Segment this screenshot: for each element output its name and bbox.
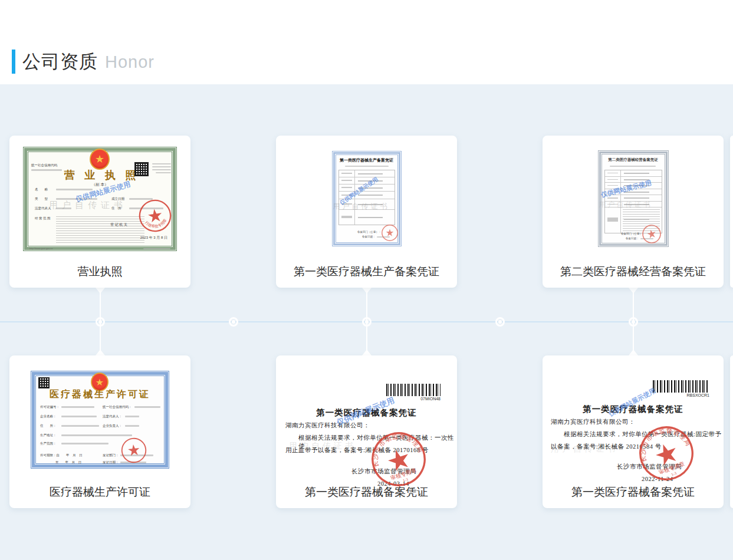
qr-side-text xyxy=(156,172,171,173)
field-credit-value xyxy=(134,406,160,408)
field-prod-addr-label: 生产地址： xyxy=(40,433,57,437)
filing-cert-paper: 第一类医疗器械生产备案凭证 备案部门（公章）： 备案日期： xyxy=(332,151,402,246)
field-company-value xyxy=(61,416,97,417)
stamp-ring-text: 长沙市市场监督管理局 xyxy=(632,419,692,463)
certificate-card-business-license[interactable]: ★ 统一社会信用代码 营 业 执 照 （副 本） 名 称 类 型 法定代表人 经… xyxy=(9,136,190,288)
license-subtitle: （副 本） xyxy=(23,182,177,187)
validity-from: 许可期限：自 年 月 日 xyxy=(40,453,83,457)
validity-to: 至 年 月 日 xyxy=(55,460,81,465)
issue-dept-label: 发证部门： xyxy=(103,453,119,457)
field-address-value xyxy=(61,425,99,427)
field-credit-label: 统一社会信用代码： xyxy=(103,405,132,409)
connector-arrow-down xyxy=(629,288,638,294)
cert-number-line xyxy=(345,166,389,167)
qr-code xyxy=(134,162,149,176)
footer-print-text xyxy=(143,248,170,249)
certificate-card-class1-filing-a[interactable]: 07MION48 第一类医疗器械备案凭证 湖南力宾医疗科技有限公司： 根据相关法… xyxy=(276,355,457,508)
barcode xyxy=(386,384,441,396)
timeline-node-dot xyxy=(632,320,635,324)
cert-number-line xyxy=(610,166,656,167)
table-row xyxy=(605,189,662,196)
section-title-cn: 公司资质 xyxy=(22,51,98,72)
table-row xyxy=(605,177,662,183)
section-subtitle: Honor xyxy=(105,52,155,71)
cert-title: 第二类医疗器械经营备案凭证 xyxy=(598,157,669,163)
table-row xyxy=(605,170,662,177)
stamp-number: 1-3 xyxy=(402,477,409,483)
table-row xyxy=(339,177,395,185)
stamp-number: 1-3 xyxy=(670,471,677,477)
table-row xyxy=(605,195,662,202)
license-title: 医疗器械生产许可证 xyxy=(31,388,169,401)
connector-arrow-up xyxy=(629,350,638,355)
field-type-label: 类 型 xyxy=(35,197,48,201)
next-card-edge[interactable] xyxy=(730,136,733,288)
field-name-value xyxy=(56,189,93,190)
document-title: 第一类医疗器械备案凭证 xyxy=(543,404,724,415)
qr-side-text xyxy=(152,163,171,164)
card-caption: 第二类医疗器械经营备案凭证 xyxy=(543,264,724,279)
card-caption: 第一类医疗器械备案凭证 xyxy=(543,485,724,500)
filing-date-label: 备案日期： xyxy=(362,235,376,238)
timeline-node-dot xyxy=(98,320,102,324)
field-name-label: 名 称 xyxy=(35,187,48,192)
red-seal-stamp xyxy=(119,436,149,466)
field-address-label: 住 所： xyxy=(40,424,57,428)
certificate-card-class1-production[interactable]: 第一类医疗器械生产备案凭证 备案部门（公章）： 备案日期： xyxy=(276,136,457,288)
timeline-node-dot xyxy=(365,320,369,324)
next-card-edge[interactable] xyxy=(730,355,733,508)
certificate-card-class2-operation[interactable]: 第二类医疗器械经营备案凭证 备案部门（公章）： 备案日期： xyxy=(543,136,724,288)
field-address-label: 住 所 xyxy=(111,206,121,210)
field-legal-label: 法定代表人： xyxy=(103,414,122,419)
issue-date-label: 发证日期： xyxy=(103,460,119,465)
barcode-code: RBSXOCR1 xyxy=(686,393,709,397)
table-row xyxy=(339,192,395,199)
barcode xyxy=(653,380,709,393)
field-legal-label: 法定代表人 xyxy=(35,206,51,210)
national-emblem-icon: ★ xyxy=(90,149,110,170)
field-license-no-value xyxy=(61,406,94,408)
connector-arrow-down xyxy=(362,288,372,294)
red-seal-stamp: 行政审批专用章 xyxy=(136,196,175,235)
table-row xyxy=(339,210,395,225)
card-caption: 第一类医疗器械备案凭证 xyxy=(276,485,457,500)
connector-arrow-up xyxy=(362,350,372,355)
registrar-label: 登 记 机 关 xyxy=(110,222,127,228)
issue-date: 2023 年 3 月 8 日 xyxy=(140,235,167,241)
cert-table xyxy=(338,170,395,225)
red-seal-stamp: 长沙市市场监督管理局 审核专用章 1-3 xyxy=(630,417,702,489)
business-license-paper: ★ 统一社会信用代码 营 业 执 照 （副 本） 名 称 类 型 法定代表人 经… xyxy=(23,147,177,251)
filing-cert-paper: 第二类医疗器械经营备案凭证 备案部门（公章）： 备案日期： xyxy=(598,150,669,247)
table-row xyxy=(339,170,395,177)
field-company-label: 企业名称： xyxy=(40,414,57,419)
table-row xyxy=(605,202,662,208)
field-license-no-label: 许可证编号： xyxy=(40,405,60,409)
field-prod-scope-value xyxy=(61,443,109,444)
table-row xyxy=(339,199,395,210)
field-scope-value xyxy=(56,216,144,243)
addressee: 湖南力宾医疗科技有限公司： xyxy=(551,418,635,426)
table-row xyxy=(605,183,662,189)
card-caption: 医疗器械生产许可证 xyxy=(9,485,190,500)
qr-code xyxy=(38,377,50,388)
filing-dept-label: 备案部门（公章）： xyxy=(357,230,382,233)
certificate-card-production-license[interactable]: ★ 医疗器械生产许可证 许可证编号： 统一社会信用代码： 企业名称： 法定代表人… xyxy=(9,355,190,508)
connector-arrow-up xyxy=(96,350,105,355)
certificate-card-class1-filing-b[interactable]: RBSXOCR1 第一类医疗器械备案凭证 湖南力宾医疗科技有限公司： 根据相关法… xyxy=(543,355,724,508)
production-license-paper: ★ 医疗器械生产许可证 许可证编号： 统一社会信用代码： 企业名称： 法定代表人… xyxy=(31,371,169,469)
credit-code-label: 统一社会信用代码 xyxy=(31,163,57,167)
field-established-label: 成立日期 xyxy=(111,197,124,201)
red-seal-stamp xyxy=(639,222,663,246)
footer-url: http://www.gsxt.gov.cn xyxy=(29,247,53,250)
certificate-photo: ★ 医疗器械生产许可证 许可证编号： 统一社会信用代码： 企业名称： 法定代表人… xyxy=(9,355,190,484)
document-title: 第一类医疗器械备案凭证 xyxy=(276,407,457,419)
qr-side-text xyxy=(152,169,171,170)
field-manager-value xyxy=(125,425,139,427)
field-type-value xyxy=(56,198,97,200)
filing-date-label: 备案日期： xyxy=(626,237,639,240)
section-title: 公司资质Honor xyxy=(22,50,155,74)
addressee: 湖南力宾医疗科技有限公司： xyxy=(285,421,370,430)
section-accent-bar xyxy=(12,50,15,74)
field-legal-value xyxy=(125,416,139,417)
certificate-photo: ★ 统一社会信用代码 营 业 执 照 （副 本） 名 称 类 型 法定代表人 经… xyxy=(9,136,190,262)
